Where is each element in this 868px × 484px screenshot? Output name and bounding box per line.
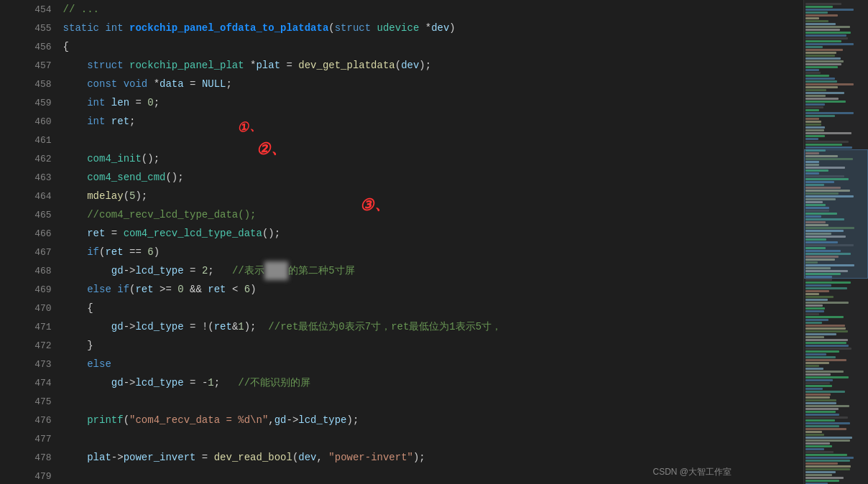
- minimap-line: [805, 98, 839, 100]
- minimap-line: [805, 468, 850, 470]
- line-number: 471: [0, 317, 60, 336]
- minimap-line: [805, 348, 851, 350]
- minimap-line: [805, 462, 838, 465]
- minimap-line: [805, 75, 829, 77]
- token-var: ret: [105, 246, 123, 258]
- minimap-line: [805, 6, 833, 8]
- minimap-line: [805, 322, 822, 324]
- token-op: [63, 228, 88, 239]
- minimap-line: [805, 379, 833, 381]
- table-row: 478 plat->power_invert = dev_read_bool(d…: [0, 448, 803, 467]
- line-content: {: [60, 37, 803, 56]
- line-number: 462: [0, 149, 60, 168]
- token-var: data: [160, 78, 184, 90]
- minimap-line: [805, 83, 854, 85]
- minimap-line: [805, 293, 819, 295]
- minimap-line: [805, 336, 824, 338]
- minimap-line: [805, 419, 835, 422]
- minimap-line: [805, 109, 819, 111]
- minimap-line: [805, 425, 839, 427]
- line-number: 456: [0, 37, 60, 56]
- line-content: //com4_recv_lcd_type_data();: [60, 205, 803, 224]
- table-row: 459 int len = 0;: [0, 93, 803, 112]
- line-content: gd->lcd_type = !(ret&1); //ret最低位为0表示7寸，…: [60, 317, 803, 336]
- table-row: 474 gd->lcd_type = -1; //不能识别的屏: [0, 373, 803, 392]
- token-op: [63, 246, 88, 258]
- token-keyword: else: [87, 358, 111, 370]
- token-keyword: struct: [335, 22, 377, 34]
- minimap-line: [805, 405, 849, 407]
- minimap-line: [805, 34, 846, 37]
- minimap-line: [805, 457, 854, 459]
- token-green-fn: printf: [87, 414, 123, 426]
- watermark: CSDN @大智工作室: [652, 466, 731, 478]
- token-var: plat: [87, 452, 111, 463]
- line-content: }: [60, 336, 803, 355]
- minimap-line: [805, 365, 819, 367]
- line-number: 465: [0, 205, 60, 224]
- token-fn: mdelay: [87, 190, 123, 202]
- token-op: ): [154, 246, 160, 258]
- minimap-line: [805, 442, 830, 445]
- token-keyword: static: [63, 22, 106, 34]
- minimap-line: [805, 86, 838, 88]
- token-op: <: [226, 284, 244, 295]
- minimap-line: [805, 32, 851, 34]
- minimap-line: [805, 345, 849, 347]
- line-content: [60, 392, 803, 411]
- token-op: );: [244, 321, 269, 332]
- minimap-line: [805, 43, 854, 45]
- minimap-line: [805, 471, 836, 473]
- token-var: lcd_type: [298, 414, 346, 426]
- token-op: [63, 265, 111, 276]
- token-op: =: [195, 452, 213, 463]
- token-var: ret: [111, 116, 129, 127]
- minimap-line: [805, 359, 846, 361]
- token-num: 1: [208, 377, 213, 388]
- token-var: gd: [111, 321, 124, 332]
- line-number: 468: [0, 261, 60, 280]
- minimap-line: [805, 146, 852, 149]
- token-op: [63, 60, 88, 71]
- minimap-line: [805, 115, 835, 117]
- token-op: (: [124, 190, 129, 202]
- token-param: dev: [431, 22, 449, 34]
- token-op: {: [63, 41, 69, 52]
- minimap-line: [805, 144, 842, 146]
- minimap-line: [805, 72, 821, 74]
- token-op: [63, 358, 88, 370]
- token-op: (: [124, 414, 129, 426]
- minimap-line: [805, 55, 835, 57]
- token-op: [63, 116, 88, 127]
- token-op: ();: [165, 172, 183, 183]
- table-row: 456{: [0, 37, 803, 56]
- token-keyword: const: [87, 78, 123, 90]
- minimap-line: [805, 279, 832, 281]
- minimap-line: [805, 106, 823, 108]
- minimap-line: [805, 414, 839, 416]
- token-keyword: int: [105, 22, 129, 34]
- minimap-line: [805, 89, 826, 91]
- minimap-line: [805, 394, 831, 396]
- table-row: 465 //com4_recv_lcd_type_data();: [0, 205, 803, 224]
- minimap-line: [805, 69, 819, 71]
- line-number: 463: [0, 168, 60, 187]
- minimap-line: [805, 385, 832, 387]
- minimap-line: [805, 52, 836, 54]
- line-content: // ...: [60, 0, 803, 19]
- token-var: gd: [274, 414, 287, 426]
- token-green-fn: com4_init: [87, 153, 142, 164]
- minimap-line: [805, 299, 828, 301]
- minimap-line: [805, 434, 824, 436]
- token-var: ret: [208, 284, 226, 295]
- token-op: *: [425, 22, 431, 34]
- minimap-line: [805, 135, 825, 137]
- line-content: printf("com4_recv_data = %d\n",gd->lcd_t…: [60, 411, 803, 429]
- minimap-line: [805, 428, 846, 430]
- minimap-line: [805, 302, 849, 304]
- minimap-line: [805, 141, 849, 143]
- token-op: );: [347, 414, 359, 426]
- code-area[interactable]: 454// ...455static int rockchip_panel_of…: [0, 0, 803, 484]
- minimap[interactable]: [803, 0, 868, 484]
- minimap-line: [805, 95, 826, 97]
